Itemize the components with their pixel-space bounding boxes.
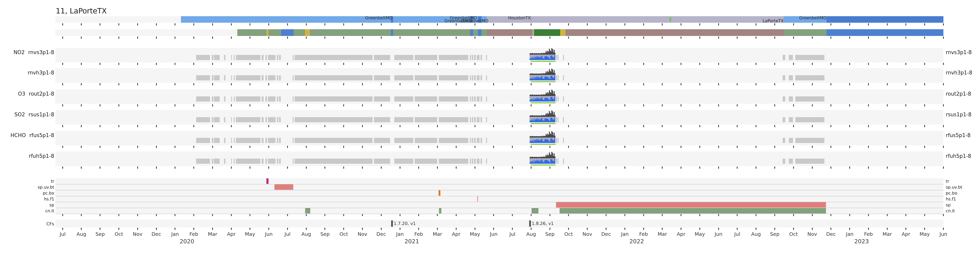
- month-tick: [418, 214, 419, 216]
- month-label: Dec: [601, 231, 611, 237]
- month-tick: [868, 214, 869, 216]
- status-segment: [281, 29, 294, 36]
- data-row-label-left: rnvh3p1-8: [0, 70, 54, 76]
- availability-bar: [214, 158, 220, 164]
- month-tick: [137, 214, 138, 216]
- availability-bar: [293, 117, 294, 122]
- availability-bar: [563, 138, 564, 143]
- event-row-label-right: hs.f1: [946, 197, 956, 201]
- month-tick: [643, 214, 644, 216]
- month-tick: [306, 214, 307, 216]
- hist-underline: [531, 61, 556, 62]
- month-tick: [175, 166, 175, 169]
- month-label: Apr: [902, 231, 910, 237]
- month-tick: [118, 214, 119, 216]
- availability-bar: [234, 75, 235, 81]
- availability-bar: [474, 96, 476, 101]
- month-tick: [868, 63, 869, 65]
- month-tick: [830, 228, 831, 230]
- month-tick: [643, 36, 644, 39]
- month-tick: [643, 125, 644, 127]
- month-tick: [868, 125, 869, 127]
- month-tick: [549, 146, 550, 148]
- month-tick: [905, 125, 906, 127]
- month-tick: [774, 228, 775, 230]
- month-tick: [887, 36, 888, 39]
- month-tick: [81, 83, 82, 85]
- status-segment: [393, 29, 470, 36]
- month-tick: [531, 146, 531, 148]
- month-tick: [756, 125, 756, 127]
- month-tick: [212, 166, 213, 169]
- month-tick: [193, 63, 194, 65]
- availability-bar: [266, 158, 267, 164]
- month-tick: [549, 125, 550, 127]
- month-tick: [624, 63, 625, 65]
- product-label: rnvh3p1-8: [28, 70, 54, 76]
- month-label: Aug: [301, 231, 311, 237]
- month-tick: [849, 228, 850, 230]
- availability-bar: [783, 158, 785, 164]
- data-row-label-left: O3rout2p1-8: [0, 91, 54, 97]
- month-label: Aug: [76, 231, 86, 237]
- hist-blue-bar: [554, 159, 555, 164]
- availability-bar: [486, 55, 487, 60]
- availability-bar: [294, 117, 372, 122]
- month-tick: [100, 125, 100, 127]
- month-tick: [418, 23, 419, 25]
- month-tick: [905, 214, 906, 216]
- month-tick: [343, 36, 344, 39]
- availability-bar: [415, 55, 437, 60]
- availability-bar: [558, 138, 558, 143]
- month-tick: [418, 166, 419, 169]
- availability-bar: [474, 138, 476, 143]
- month-tick: [774, 23, 775, 25]
- month-tick: [587, 104, 588, 106]
- month-tick: [606, 83, 606, 85]
- month-tick: [268, 23, 269, 25]
- availability-bar: [439, 117, 468, 122]
- month-tick: [943, 166, 944, 169]
- month-tick: [512, 166, 513, 169]
- availability-bar: [474, 75, 476, 81]
- month-tick: [81, 36, 82, 39]
- month-tick: [868, 104, 869, 106]
- availability-bar: [394, 55, 413, 60]
- month-tick: [531, 23, 531, 25]
- month-tick: [905, 104, 906, 106]
- hist-blue-bar: [554, 55, 555, 60]
- month-tick: [437, 214, 438, 216]
- month-tick: [774, 125, 775, 127]
- availability-bar: [439, 158, 468, 164]
- status-segment: [784, 29, 827, 36]
- month-tick: [924, 125, 925, 127]
- month-tick: [905, 166, 906, 169]
- availability-bar: [563, 55, 564, 60]
- month-tick: [474, 146, 476, 148]
- month-tick: [193, 23, 194, 25]
- month-tick: [606, 23, 606, 25]
- month-tick: [568, 104, 569, 106]
- month-tick: [718, 166, 719, 169]
- month-label: Apr: [452, 231, 460, 237]
- month-tick: [493, 166, 494, 169]
- month-tick: [606, 36, 606, 39]
- availability-bar: [556, 75, 557, 81]
- month-tick: [662, 104, 663, 106]
- status-segment: [478, 29, 482, 36]
- availability-bar: [374, 55, 390, 60]
- month-tick: [643, 146, 644, 148]
- month-tick: [62, 166, 63, 169]
- month-tick: [849, 23, 850, 25]
- month-tick: [381, 104, 382, 106]
- availability-bar: [279, 96, 281, 101]
- availability-bar: [212, 55, 213, 60]
- month-tick: [343, 104, 344, 106]
- availability-bar: [374, 117, 390, 122]
- month-tick: [137, 228, 138, 230]
- month-tick: [156, 166, 157, 169]
- month-tick: [812, 63, 813, 65]
- month-tick: [718, 228, 719, 230]
- month-tick: [718, 83, 719, 85]
- availability-bar: [480, 138, 482, 143]
